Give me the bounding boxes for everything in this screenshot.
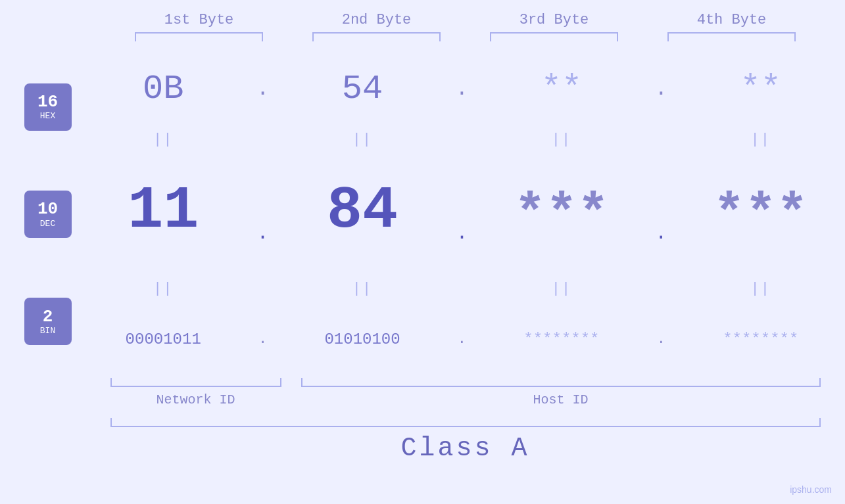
hex-byte3: ** [496, 70, 627, 108]
dec-badge: 10 DEC [24, 191, 72, 238]
eq2-b2: || [297, 281, 428, 297]
dec-dot3: . [648, 222, 674, 244]
bracket-4 [667, 32, 796, 41]
equals-1-1: || [153, 131, 173, 148]
byte4-header: 4th Byte [653, 12, 811, 28]
eq-row-1: || || || || [87, 125, 837, 154]
bin-byte4: ******** [695, 331, 827, 348]
watermark: ipshu.com [790, 484, 832, 495]
eq-row-2: || || || || [87, 274, 837, 304]
class-label-row: Class A [110, 434, 821, 463]
host-id-label: Host ID [301, 392, 821, 407]
equals-2-4: || [751, 281, 771, 297]
dec-byte2: 84 [297, 177, 428, 244]
bin-dot3: . [648, 331, 674, 348]
bin-cell-group: 00001011 . 01010100 . ******** [87, 331, 837, 348]
host-id-bracket [301, 378, 821, 387]
equals-1-4: || [751, 131, 771, 148]
eq2-b1: || [97, 281, 229, 297]
dec-byte4: *** [695, 185, 827, 244]
eq2-cell-group: || || || || [87, 281, 837, 297]
dec-row: 11 . 84 . *** [87, 154, 837, 273]
eq2-b3: || [496, 281, 627, 297]
bin-badge: 2 BIN [24, 298, 72, 345]
eq1-b4: || [695, 131, 827, 148]
hex-dot1: . [250, 77, 276, 101]
hex-cell-group: 0B . 54 . ** [87, 70, 837, 108]
eq1-b3: || [496, 131, 627, 148]
hex-dot2: . [448, 77, 475, 101]
hex-byte1: 0B [97, 70, 229, 108]
dec-b3-value: *** [514, 185, 609, 244]
bin-b3-value: ******** [523, 331, 599, 348]
bin-b2-value: 01010100 [324, 331, 400, 348]
eq1-b2: || [297, 131, 428, 148]
main-content: 16 HEX 10 DEC 2 BIN 0B [9, 53, 837, 375]
network-id-label: Network ID [110, 392, 281, 407]
hex-byte2: 54 [297, 70, 428, 108]
hex-byte4: ** [695, 70, 827, 108]
bracket-1 [135, 32, 263, 41]
equals-2-1: || [153, 281, 173, 297]
data-area: 0B . 54 . ** [87, 53, 837, 375]
hex-dot3: . [648, 77, 674, 101]
dec-dot1-sym: . [257, 222, 269, 250]
hex-b1-value: 0B [143, 70, 183, 108]
bin-dot2: . [448, 331, 475, 348]
equals-1-2: || [352, 131, 372, 148]
hex-badge-label: HEX [40, 111, 55, 121]
main-container: 1st Byte 2nd Byte 3rd Byte 4th Byte 16 H… [0, 0, 845, 504]
equals-2-3: || [552, 281, 571, 297]
class-label: Class A [400, 434, 529, 463]
bin-byte2: 01010100 [297, 331, 428, 348]
hex-row: 0B . 54 . ** [87, 53, 837, 125]
top-brackets [110, 32, 821, 41]
bin-b1-value: 00001011 [126, 331, 201, 348]
hex-b2-value: 54 [342, 70, 383, 108]
byte-headers: 1st Byte 2nd Byte 3rd Byte 4th Byte [110, 12, 821, 28]
byte2-header: 2nd Byte [298, 12, 456, 28]
dec-dot1: . [250, 222, 276, 244]
equals-2-2: || [352, 281, 372, 297]
dec-dot2: . [448, 222, 475, 244]
dec-dot3-sym: . [655, 222, 667, 250]
badges-column: 16 HEX 10 DEC 2 BIN [9, 53, 87, 375]
bin-badge-num: 2 [43, 308, 53, 327]
id-labels-row: Network ID Host ID [110, 392, 821, 407]
hex-b3-value: ** [541, 70, 582, 108]
dec-b4-value: *** [713, 185, 808, 244]
dec-b1-value: 11 [128, 177, 199, 244]
dec-cell-group: 11 . 84 . *** [87, 177, 837, 251]
byte3-header: 3rd Byte [475, 12, 633, 28]
bracket-3 [490, 32, 618, 41]
bin-b4-value: ******** [723, 331, 798, 348]
hex-badge-num: 16 [37, 93, 58, 112]
bin-badge-label: BIN [40, 326, 55, 336]
class-bracket [110, 418, 821, 427]
dec-byte1: 11 [97, 177, 229, 244]
bin-dot1: . [250, 331, 276, 348]
bottom-section: Network ID Host ID Class A [9, 378, 837, 463]
id-brackets-row [110, 378, 821, 387]
class-bracket-row [110, 418, 821, 427]
byte1-header: 1st Byte [120, 12, 278, 28]
rows-wrapper: 0B . 54 . ** [87, 53, 837, 375]
dec-badge-num: 10 [37, 200, 58, 219]
eq1-cell-group: || || || || [87, 131, 837, 148]
eq2-b4: || [695, 281, 827, 297]
bin-byte1: 00001011 [97, 331, 229, 348]
bracket-2 [312, 32, 441, 41]
dec-dot2-sym: . [456, 222, 468, 250]
dec-byte3: *** [496, 185, 627, 244]
dec-badge-label: DEC [40, 219, 55, 229]
bin-row: 00001011 . 01010100 . ******** [87, 304, 837, 375]
network-id-bracket [110, 378, 281, 387]
dec-b2-value: 84 [327, 177, 398, 244]
bin-byte3: ******** [496, 331, 627, 348]
equals-1-3: || [552, 131, 571, 148]
hex-badge: 16 HEX [24, 83, 72, 131]
eq1-b1: || [97, 131, 229, 148]
hex-b4-value: ** [740, 70, 781, 108]
